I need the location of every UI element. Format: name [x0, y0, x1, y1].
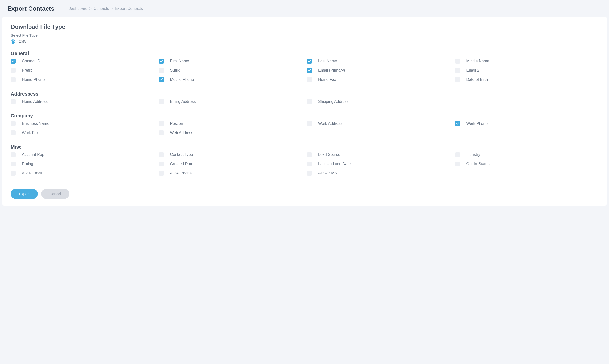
checkbox-work-phone[interactable]: [455, 121, 460, 126]
checkbox-first-name[interactable]: [159, 59, 164, 64]
field-row-date-of-birth: Date of Birth: [455, 77, 598, 82]
checkbox-account-rep[interactable]: [11, 152, 16, 157]
checkbox-home-fax[interactable]: [307, 77, 312, 82]
field-row-allow-email: Allow Email: [11, 171, 154, 176]
download-file-type-title: Download File Type: [11, 23, 598, 30]
field-row-allow-sms: Allow SMS: [307, 171, 450, 176]
field-label-billing-address: Billing Address: [170, 99, 196, 104]
checkbox-contact-id[interactable]: [11, 59, 16, 64]
checkbox-last-name[interactable]: [307, 59, 312, 64]
checkbox-billing-address[interactable]: [159, 99, 164, 104]
file-type-radio-csv[interactable]: [11, 39, 15, 44]
field-label-shipping-address: Shipping Address: [318, 99, 349, 104]
field-label-home-address: Home Address: [22, 99, 48, 104]
checkbox-email-primary[interactable]: [307, 68, 312, 73]
checkbox-rating[interactable]: [11, 162, 16, 166]
field-row-industry: Industry: [455, 152, 598, 157]
field-label-business-name: Business Name: [22, 121, 49, 126]
field-label-allow-sms: Allow SMS: [318, 171, 337, 175]
field-row-email-2: Email 2: [455, 68, 598, 73]
checkbox-shipping-address[interactable]: [307, 99, 312, 104]
field-row-home-address: Home Address: [11, 99, 154, 104]
field-label-created-date: Created Date: [170, 162, 193, 166]
checkbox-created-date[interactable]: [159, 162, 164, 166]
chevron-right-icon: >: [89, 6, 92, 11]
checkbox-work-fax[interactable]: [11, 130, 16, 135]
group-title-misc: Misc: [11, 144, 598, 150]
field-label-middle-name: Middle Name: [466, 59, 489, 63]
export-button[interactable]: Export: [11, 189, 38, 199]
page-title: Export Contacts: [7, 5, 54, 12]
breadcrumb-item-current: Export Contacts: [115, 6, 143, 11]
field-label-work-phone: Work Phone: [466, 121, 488, 126]
breadcrumb-item-dashboard[interactable]: Dashboard: [68, 6, 87, 11]
file-type-radio-row: CSV: [11, 39, 598, 44]
field-row-lead-source: Lead Source: [307, 152, 450, 157]
field-row-rating: Rating: [11, 162, 154, 166]
checkbox-industry[interactable]: [455, 152, 460, 157]
checkbox-work-address[interactable]: [307, 121, 312, 126]
checkbox-business-name[interactable]: [11, 121, 16, 126]
field-row-middle-name: Middle Name: [455, 59, 598, 64]
field-row-work-address: Work Address: [307, 121, 450, 126]
group-title-company: Company: [11, 113, 598, 119]
header-divider: [61, 5, 61, 12]
field-label-rating: Rating: [22, 162, 33, 166]
group-grid-general: Contact IDFirst NameLast NameMiddle Name…: [11, 59, 598, 87]
checkbox-contact-type[interactable]: [159, 152, 164, 157]
field-row-home-phone: Home Phone: [11, 77, 154, 82]
field-row-email-primary: Email (Primary): [307, 68, 450, 73]
cancel-button[interactable]: Cancel: [41, 189, 69, 199]
field-label-contact-type: Contact Type: [170, 153, 193, 157]
group-title-addresses: Addressess: [11, 91, 598, 97]
checkbox-suffix[interactable]: [159, 68, 164, 73]
field-label-lead-source: Lead Source: [318, 153, 340, 157]
checkbox-lead-source[interactable]: [307, 152, 312, 157]
field-row-billing-address: Billing Address: [159, 99, 302, 104]
field-row-home-fax: Home Fax: [307, 77, 450, 82]
field-label-industry: Industry: [466, 153, 480, 157]
checkbox-home-address[interactable]: [11, 99, 16, 104]
field-row-last-updated-date: Last Updated Date: [307, 162, 450, 166]
checkbox-postion[interactable]: [159, 121, 164, 126]
field-label-contact-id: Contact ID: [22, 59, 40, 63]
group-title-general: General: [11, 51, 598, 56]
field-label-email-primary: Email (Primary): [318, 68, 345, 73]
field-groups: GeneralContact IDFirst NameLast NameMidd…: [11, 51, 598, 181]
breadcrumb-item-contacts[interactable]: Contacts: [94, 6, 109, 11]
checkbox-home-phone[interactable]: [11, 77, 16, 82]
checkbox-last-updated-date[interactable]: [307, 162, 312, 166]
checkbox-middle-name[interactable]: [455, 59, 460, 64]
checkbox-opt-in-status[interactable]: [455, 162, 460, 166]
field-label-work-address: Work Address: [318, 121, 342, 126]
checkbox-web-address[interactable]: [159, 130, 164, 135]
field-label-prefix: Prefix: [22, 68, 32, 73]
checkbox-allow-email[interactable]: [11, 171, 16, 176]
checkbox-prefix[interactable]: [11, 68, 16, 73]
chevron-right-icon: >: [111, 6, 113, 11]
field-row-last-name: Last Name: [307, 59, 450, 64]
field-label-work-fax: Work Fax: [22, 130, 39, 135]
radio-dot-icon: [12, 40, 14, 43]
field-label-allow-phone: Allow Phone: [170, 171, 192, 175]
field-row-allow-phone: Allow Phone: [159, 171, 302, 176]
breadcrumb: Dashboard > Contacts > Export Contacts: [68, 6, 143, 11]
field-row-contact-id: Contact ID: [11, 59, 154, 64]
field-row-prefix: Prefix: [11, 68, 154, 73]
group-misc: MiscAccount RepContact TypeLead SourceIn…: [11, 144, 598, 181]
checkbox-allow-sms[interactable]: [307, 171, 312, 176]
checkbox-date-of-birth[interactable]: [455, 77, 460, 82]
field-label-home-phone: Home Phone: [22, 78, 45, 82]
export-card: Download File Type Select File Type CSV …: [2, 17, 607, 206]
group-addresses: AddressessHome AddressBilling AddressShi…: [11, 91, 598, 109]
action-bar: Export Cancel: [11, 189, 598, 199]
field-label-date-of-birth: Date of Birth: [466, 78, 488, 82]
field-label-postion: Postion: [170, 121, 183, 126]
field-row-mobile-phone: Mobile Phone: [159, 77, 302, 82]
field-label-last-updated-date: Last Updated Date: [318, 162, 351, 166]
checkbox-email-2[interactable]: [455, 68, 460, 73]
select-file-type-label: Select File Type: [11, 33, 598, 38]
checkbox-mobile-phone[interactable]: [159, 77, 164, 82]
checkbox-allow-phone[interactable]: [159, 171, 164, 176]
field-label-home-fax: Home Fax: [318, 78, 336, 82]
